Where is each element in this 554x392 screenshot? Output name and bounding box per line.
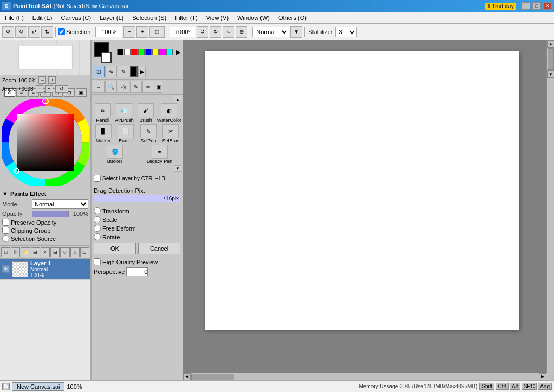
rotation-input[interactable] bbox=[170, 27, 195, 37]
selection-source-radio[interactable] bbox=[2, 235, 9, 242]
scrollbar-vertical[interactable]: ▲ ▼ bbox=[546, 40, 554, 373]
move-tool-button[interactable]: ✎ bbox=[118, 66, 129, 77]
paints-effect-header[interactable]: ▼ Paints Effect bbox=[2, 191, 88, 197]
brush-btn[interactable]: 🖌 bbox=[138, 103, 154, 117]
rotation-flip-button[interactable]: ⊕ bbox=[236, 26, 247, 38]
drag-detect-slider[interactable]: ±16pix bbox=[94, 195, 180, 202]
menu-filter[interactable]: Filter (T) bbox=[171, 13, 201, 23]
eraser-tool[interactable]: ⬜ Eraser bbox=[115, 124, 137, 143]
layer-folder-button[interactable]: 📁 bbox=[21, 247, 30, 257]
menu-selection[interactable]: Selection (S) bbox=[128, 13, 170, 23]
pencil-btn[interactable]: ✏ bbox=[95, 103, 111, 117]
layer-delete-button[interactable]: ✕ bbox=[41, 247, 50, 257]
bucket-tool[interactable]: 🪣 Bucket bbox=[93, 145, 136, 164]
status-tab[interactable]: New Canvas.sai bbox=[12, 382, 64, 391]
layer-visibility-icon[interactable]: 👁 bbox=[2, 265, 10, 273]
rotate-radio[interactable] bbox=[94, 233, 101, 240]
rotation-reset-button[interactable]: ○ bbox=[223, 26, 234, 38]
watercolor-tool[interactable]: ◐ WaterColor bbox=[157, 103, 181, 123]
menu-window[interactable]: Window (W) bbox=[233, 13, 273, 23]
fill-tool-button[interactable]: ✏ bbox=[142, 81, 154, 93]
legacypen-tool[interactable]: ✒ Legacy Pen bbox=[138, 145, 181, 164]
hand-tool-button[interactable]: ↔ bbox=[93, 81, 105, 93]
maximize-button[interactable]: □ bbox=[532, 2, 541, 10]
scrollbar-horizontal[interactable]: ◀ ▶ bbox=[183, 373, 546, 380]
eyedrop-tool-button[interactable]: ✎ bbox=[130, 81, 142, 93]
watercolor-btn[interactable]: ◐ bbox=[161, 103, 177, 117]
angle-dec-button[interactable]: − bbox=[36, 85, 43, 93]
color-pick-button[interactable]: ▶ bbox=[138, 66, 146, 77]
scale-radio-row[interactable]: Scale bbox=[94, 216, 180, 223]
menu-others[interactable]: Others (O) bbox=[275, 13, 310, 23]
selpen-btn[interactable]: ✎ bbox=[140, 124, 157, 138]
palette-blue[interactable] bbox=[145, 49, 152, 55]
brush-scroll-up[interactable]: ▲ bbox=[174, 96, 181, 102]
flip-h-button[interactable]: ⇄ bbox=[28, 26, 40, 38]
blend-mode-btn[interactable]: ▼ bbox=[290, 26, 302, 38]
transform-radio-row[interactable]: Transform bbox=[94, 207, 180, 214]
preserve-opacity-checkbox[interactable] bbox=[2, 219, 9, 226]
select-layer-checkbox[interactable] bbox=[94, 175, 101, 182]
minimize-button[interactable]: — bbox=[522, 2, 530, 10]
airbrush-btn[interactable]: 💨 bbox=[116, 103, 132, 117]
palette-white[interactable] bbox=[124, 49, 131, 55]
seleras-btn[interactable]: ✂ bbox=[162, 124, 179, 138]
clipping-group-checkbox[interactable] bbox=[2, 227, 9, 234]
layer-item[interactable]: 👁 Layer 1 Normal 100% bbox=[0, 259, 90, 280]
zoom-plus-button[interactable]: + bbox=[136, 26, 148, 38]
palette-green[interactable] bbox=[138, 49, 145, 55]
layer-down-button[interactable]: ▽ bbox=[60, 247, 69, 257]
stabilizer-select[interactable]: 3 bbox=[335, 27, 357, 37]
layer-add-button[interactable]: ⊞ bbox=[31, 247, 40, 257]
select-layer-checkbox-row[interactable]: Select Layer by CTRL+LB bbox=[94, 175, 180, 182]
freeDeform-radio-row[interactable]: Free Deform bbox=[94, 225, 180, 232]
clipping-group-row[interactable]: Clipping Group bbox=[2, 227, 88, 234]
menu-file[interactable]: File (F) bbox=[1, 13, 28, 23]
scroll-down-button[interactable]: ▼ bbox=[547, 70, 554, 78]
new-canvas-icon[interactable]: 📄 bbox=[2, 383, 10, 390]
layer-merge-button[interactable]: ⊟ bbox=[50, 247, 60, 257]
ok-button[interactable]: OK bbox=[94, 243, 136, 254]
hq-preview-checkbox[interactable] bbox=[94, 258, 101, 265]
rotate-radio-row[interactable]: Rotate bbox=[94, 233, 180, 240]
rotate-ccw-button[interactable]: ↺ bbox=[2, 26, 14, 38]
layer-new-button[interactable]: □ bbox=[1, 247, 10, 257]
rotate-canvas-button[interactable]: ◎ bbox=[118, 81, 129, 93]
brush-scroll-down[interactable]: ▼ bbox=[174, 165, 181, 172]
scale-radio[interactable] bbox=[94, 216, 101, 223]
palette-red[interactable] bbox=[131, 49, 138, 55]
zoom-inc-button[interactable]: + bbox=[48, 76, 56, 84]
close-button[interactable]: ✕ bbox=[543, 2, 552, 10]
legacypen-btn[interactable]: ✒ bbox=[152, 145, 168, 159]
scroll-up-button[interactable]: ▲ bbox=[547, 40, 554, 48]
zoom-minus-button[interactable]: − bbox=[123, 26, 135, 38]
cancel-button[interactable]: Cancel bbox=[138, 243, 180, 254]
rotation-cw-button[interactable]: ↻ bbox=[210, 26, 221, 38]
palette-magenta[interactable] bbox=[159, 49, 166, 55]
scroll-right-button[interactable]: ▶ bbox=[539, 373, 546, 381]
preserve-opacity-row[interactable]: Preserve Opacity bbox=[2, 219, 88, 226]
scroll-left-button[interactable]: ◀ bbox=[183, 373, 191, 381]
selection-source-row[interactable]: Selection Source bbox=[2, 235, 88, 242]
menu-canvas[interactable]: Canvas (C) bbox=[57, 13, 95, 23]
zoom-fit-button[interactable]: □ bbox=[149, 26, 165, 38]
selpen-tool[interactable]: ✎ SelPen bbox=[138, 124, 159, 143]
perspective-input[interactable] bbox=[126, 267, 148, 276]
menu-layer[interactable]: Layer (L) bbox=[96, 13, 127, 23]
palette-yellow[interactable] bbox=[152, 49, 159, 55]
layer-duplicate-button[interactable]: ⎘ bbox=[11, 247, 20, 257]
seleras-tool[interactable]: ✂ SelEras bbox=[160, 124, 182, 143]
brush-tool[interactable]: 🖌 Brush bbox=[135, 103, 156, 123]
selection-checkbox-container[interactable]: Selection bbox=[58, 28, 90, 35]
layer-settings-button[interactable]: ⊡ bbox=[80, 247, 89, 257]
marquee-tool-button[interactable]: ⊡ bbox=[93, 66, 105, 77]
color-wheel-container[interactable] bbox=[2, 99, 89, 186]
zoom-tool-button[interactable]: 🔍 bbox=[105, 81, 117, 93]
background-swatch[interactable] bbox=[101, 52, 112, 63]
layer-up-button[interactable]: △ bbox=[70, 247, 80, 257]
eraser-btn[interactable]: ⬜ bbox=[118, 124, 134, 138]
bucket-btn[interactable]: 🪣 bbox=[107, 145, 123, 159]
scroll-thumb-vertical[interactable] bbox=[548, 48, 554, 70]
menu-view[interactable]: View (V) bbox=[203, 13, 232, 23]
zoom-input[interactable] bbox=[95, 27, 122, 37]
